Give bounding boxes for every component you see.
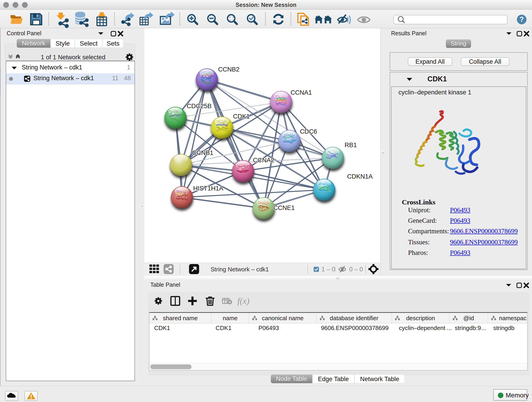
svg-text:CCNA1: CCNA1 (291, 89, 312, 96)
svg-text:CCNE1: CCNE1 (273, 204, 295, 211)
svg-text:RB1: RB1 (345, 141, 357, 148)
svg-text:HIST1H1A: HIST1H1A (193, 185, 223, 192)
svg-text:CDK1: CDK1 (233, 113, 250, 120)
svg-text:CCNA2: CCNA2 (253, 157, 274, 164)
svg-text:CCNB2: CCNB2 (218, 66, 239, 73)
svg-text:?: ? (520, 15, 524, 23)
svg-text:String Network – cdk1: String Network – cdk1 (210, 266, 269, 273)
svg-text:CDC6: CDC6 (300, 128, 317, 135)
svg-text:f(x): f(x) (237, 296, 249, 306)
svg-text:0 – 0: 0 – 0 (349, 266, 363, 273)
svg-text:CDKN1A: CDKN1A (347, 173, 373, 180)
svg-text:1 – 0: 1 – 0 (322, 266, 335, 273)
svg-text:CCNB1: CCNB1 (192, 149, 213, 156)
svg-text:CDC25B: CDC25B (187, 102, 212, 109)
